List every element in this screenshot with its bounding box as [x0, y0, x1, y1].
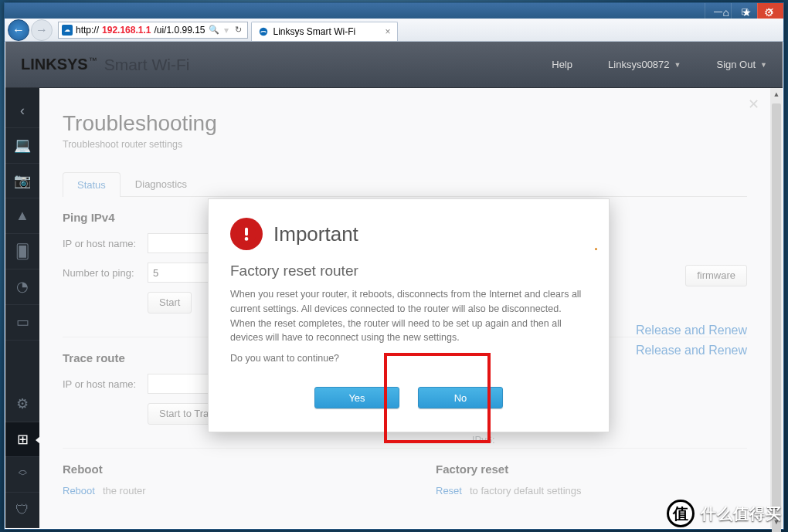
- brand-logo: LINKSYS: [21, 56, 88, 73]
- site-favicon-icon: ☁: [62, 25, 73, 36]
- gauge-icon: ◔: [16, 278, 29, 295]
- browser-navbar: ← → ☁ http://192.168.1.1/ui/1.0.99.15 🔍 …: [5, 19, 783, 42]
- sidebar-item-parental[interactable]: ▲: [5, 198, 39, 234]
- confirm-dialog: Important Factory reset router When you …: [208, 198, 610, 432]
- sidebar-item-wireless[interactable]: ⌔: [5, 457, 39, 493]
- favorites-icon[interactable]: ★: [742, 6, 752, 19]
- dialog-no-button[interactable]: No: [418, 387, 503, 408]
- shield-icon: 🛡: [15, 502, 29, 518]
- watermark-badge-icon: 值: [667, 500, 695, 527]
- plus-box-icon: ⊞: [17, 431, 29, 448]
- header-help-link[interactable]: Help: [552, 59, 572, 70]
- browser-tab-active[interactable]: Linksys Smart Wi-Fi ×: [251, 22, 398, 41]
- svg-point-3: [245, 237, 249, 241]
- header-links: Help Linksys00872▼ Sign Out▼: [552, 59, 767, 70]
- address-bar[interactable]: ☁ http://192.168.1.1/ui/1.0.99.15 🔍 ▾ ↻: [58, 22, 248, 39]
- sidebar-item-security[interactable]: 🛡: [5, 493, 39, 528]
- dialog-question: Do you want to continue?: [230, 353, 587, 364]
- header-signout-menu[interactable]: Sign Out▼: [716, 59, 767, 70]
- header-account-label: Linksys00872: [608, 59, 670, 70]
- refresh-icon[interactable]: ↻: [233, 25, 244, 35]
- arrow-right-icon: →: [36, 23, 48, 37]
- trademark-icon: ™: [89, 56, 97, 65]
- dialog-yes-button[interactable]: Yes: [314, 387, 399, 408]
- sidebar-collapse-button[interactable]: ‹: [5, 94, 39, 128]
- app-header: LINKSYS ™ Smart Wi-Fi Help Linksys00872▼…: [5, 42, 783, 88]
- search-icon[interactable]: 🔍: [209, 25, 219, 35]
- page-scrollbar[interactable]: ▲ ▼: [770, 88, 783, 528]
- tab-title: Linksys Smart Wi-Fi: [273, 26, 356, 37]
- sidebar-item-troubleshooting[interactable]: ⊞: [5, 422, 39, 458]
- dialog-body: When you reset your router, it reboots, …: [230, 287, 587, 345]
- url-prefix: http://: [76, 25, 99, 36]
- browser-command-icons: ⌂ ★ ⚙: [723, 6, 774, 19]
- arrow-left-icon: ←: [12, 23, 25, 37]
- svg-rect-2: [245, 228, 248, 236]
- scroll-thumb[interactable]: [772, 103, 781, 532]
- page-viewport: LINKSYS ™ Smart Wi-Fi Help Linksys00872▼…: [5, 42, 783, 528]
- home-icon[interactable]: ⌂: [723, 6, 729, 19]
- url-ip: 192.168.1.1: [102, 25, 151, 36]
- tab-close-icon[interactable]: ×: [385, 26, 390, 37]
- sidebar-item-storage[interactable]: ▭: [5, 305, 39, 341]
- alert-icon: [230, 218, 263, 250]
- brand-subtitle: Smart Wi-Fi: [104, 56, 190, 74]
- tools-icon[interactable]: ⚙: [764, 6, 774, 19]
- dialog-subtitle: Factory reset router: [230, 263, 587, 280]
- sidebar: ‹ 💻 📷 ▲ 🂠 ◔ ▭ ⚙ ⊞ ⌔ 🛡: [5, 88, 39, 528]
- nav-back-button[interactable]: ←: [8, 19, 29, 41]
- watermark: 值 什么值得买: [667, 500, 782, 527]
- dialog-header: Important: [230, 218, 587, 250]
- sidebar-item-devices[interactable]: 💻: [5, 128, 39, 164]
- laptop-icon: 💻: [14, 137, 31, 154]
- sidebar-item-guest[interactable]: 📷: [5, 164, 39, 199]
- tab-favicon-icon: [258, 26, 269, 37]
- url-suffix: /ui/1.0.99.15: [154, 25, 205, 36]
- annotation-dot: [595, 248, 597, 250]
- browser-window: — ▢ ✕ ← → ☁ http://192.168.1.1/ui/1.0.99…: [4, 2, 784, 530]
- sidebar-item-connectivity[interactable]: ⚙: [5, 387, 39, 422]
- usb-icon: ▭: [16, 313, 29, 330]
- nav-forward-button[interactable]: →: [31, 19, 53, 41]
- sidebar-item-speed[interactable]: ◔: [5, 269, 39, 305]
- header-account-menu[interactable]: Linksys00872▼: [608, 59, 681, 70]
- header-signout-label: Sign Out: [716, 59, 756, 70]
- wifi-icon: ⌔: [19, 466, 27, 483]
- caret-down-icon: ▼: [760, 61, 767, 69]
- watermark-text: 什么值得买: [701, 503, 782, 524]
- header-help-label: Help: [552, 59, 572, 70]
- caret-down-icon: ▼: [674, 61, 681, 69]
- dialog-buttons: Yes No: [230, 387, 587, 412]
- scroll-up-icon[interactable]: ▲: [770, 88, 783, 100]
- window-titlebar: — ▢ ✕: [5, 3, 783, 19]
- sidebar-item-priority[interactable]: 🂠: [5, 234, 39, 269]
- badge-icon: 📷: [14, 172, 31, 189]
- gear-icon: ⚙: [16, 395, 29, 412]
- tab-strip: Linksys Smart Wi-Fi ×: [251, 19, 398, 41]
- cards-icon: 🂠: [15, 243, 29, 260]
- warning-icon: ▲: [15, 208, 29, 224]
- dialog-title: Important: [273, 222, 358, 246]
- addressbar-divider: ▾: [222, 25, 230, 36]
